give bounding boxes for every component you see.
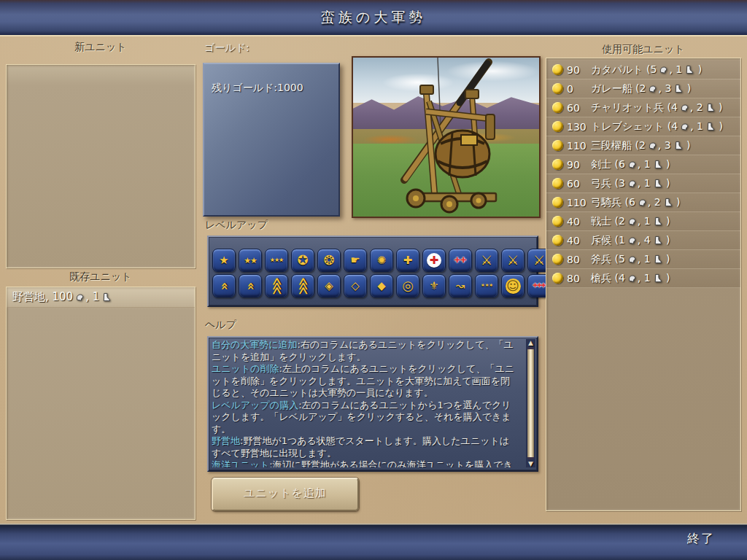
eagle-icon[interactable]: ⚜ bbox=[422, 274, 446, 298]
unit-cost: 110 bbox=[567, 197, 587, 209]
move-foot-icon bbox=[653, 236, 662, 245]
available-units-label: 使用可能ユニット bbox=[546, 43, 741, 56]
fist-icon[interactable]: ☛ bbox=[344, 249, 367, 272]
star-2-icon[interactable]: ★★ bbox=[239, 249, 262, 272]
gold-coin-icon bbox=[552, 273, 563, 284]
levelup-panel: ★★★★★★✪❂☛✺✚✚✚✚⚔⚔⚔ »»⋙⋙◈◇◆◎⚜↝✶✶✶☺✚✚✚ bbox=[207, 236, 538, 307]
move-foot-icon bbox=[663, 198, 673, 207]
chevron-5-icon[interactable]: ⋙ bbox=[265, 274, 288, 298]
unit-name-stats: 剣士 (6, 1 ) bbox=[591, 158, 670, 171]
move-foot-icon bbox=[653, 179, 662, 188]
available-unit-item[interactable]: 40戦士 (2, 1 ) bbox=[546, 212, 740, 231]
move-foot-icon bbox=[673, 141, 683, 150]
help-entry: レベルアップの購入:左のコラムにあるユニットから1つを選んでクリックします。「レ… bbox=[212, 400, 516, 436]
scrollbar-thumb[interactable] bbox=[527, 347, 534, 459]
medic-cross-icon[interactable]: ✚ bbox=[422, 249, 446, 272]
move-foot-icon bbox=[653, 217, 662, 226]
starburst-icon[interactable]: ✺ bbox=[370, 249, 393, 272]
available-unit-item[interactable]: 80槍兵 (4, 1 ) bbox=[546, 269, 740, 288]
gold-coin-icon bbox=[552, 121, 563, 132]
available-unit-item[interactable]: 60チャリオット兵 (4, 2 ) bbox=[546, 98, 740, 117]
unit-name-stats: 斥候 (1, 4 ) bbox=[591, 234, 670, 247]
crossed-swords-2-icon[interactable]: ⚔ bbox=[501, 249, 525, 272]
page-title: 蛮族の大軍勢 bbox=[0, 8, 747, 27]
gold-coin-icon bbox=[552, 178, 563, 189]
unit-name-stats: カタパルト (5, 1 ) bbox=[591, 63, 702, 77]
available-unit-item[interactable]: 90剣士 (6, 1 ) bbox=[546, 155, 740, 174]
attack-arm-icon bbox=[75, 292, 85, 302]
chevron-stars-icon[interactable]: ⋙ bbox=[291, 274, 314, 298]
chevron-3-icon[interactable]: » bbox=[212, 274, 236, 298]
star-cluster-icon[interactable]: ✶✶✶ bbox=[475, 274, 498, 298]
scroll-down-icon[interactable]: ▼ bbox=[528, 460, 533, 467]
existing-units-list[interactable]: 野営地, 100, 1 bbox=[6, 287, 196, 520]
help-scrollbar[interactable]: ▲ ▼ bbox=[526, 339, 535, 467]
unit-name-stats: トレブシェット (4, 1 ) bbox=[591, 120, 723, 133]
help-keyword: 自分の大軍勢に追加 bbox=[212, 339, 298, 350]
title-bar: 蛮族の大軍勢 bbox=[0, 0, 747, 36]
levelup-label: レベルアップ bbox=[205, 219, 268, 232]
arc-arrow-icon[interactable]: ↝ bbox=[449, 274, 472, 298]
available-unit-item[interactable]: 130トレブシェット (4, 1 ) bbox=[546, 117, 740, 136]
gold-coin-icon bbox=[552, 83, 563, 94]
new-units-list[interactable] bbox=[6, 64, 196, 268]
gold-coin-icon bbox=[552, 254, 563, 265]
available-unit-item[interactable]: 60弓兵 (3, 1 ) bbox=[546, 174, 740, 193]
available-unit-item[interactable]: 80斧兵 (5, 1 ) bbox=[546, 250, 740, 269]
bottom-bar: 終了 bbox=[0, 524, 747, 560]
unit-name-stats: 弓騎兵 (6, 2 ) bbox=[591, 196, 681, 209]
chevron-4-icon[interactable]: » bbox=[239, 274, 262, 298]
unit-name-stats: 弓兵 (3, 1 ) bbox=[591, 177, 670, 190]
available-unit-item[interactable]: 90カタパルト (5, 1 ) bbox=[546, 61, 740, 79]
unit-name-stats: 槍兵 (4, 1 ) bbox=[591, 272, 670, 285]
help-entry: 海洋ユニット:海辺に野営地がある場合にのみ海洋ユニットを購入できます。購入したユ… bbox=[212, 459, 516, 467]
crossed-swords-icon[interactable]: ⚔ bbox=[475, 249, 498, 272]
star-circle-icon[interactable]: ✪ bbox=[291, 249, 314, 272]
attack-arm-icon bbox=[638, 198, 647, 207]
attack-arm-icon bbox=[659, 65, 668, 74]
add-unit-button[interactable]: ユニットを追加 bbox=[212, 478, 359, 511]
double-cross-icon[interactable]: ✚✚ bbox=[449, 249, 472, 272]
attack-arm-icon bbox=[648, 141, 657, 150]
attack-arm-icon bbox=[627, 179, 637, 188]
bullseye-icon[interactable]: ◎ bbox=[396, 274, 419, 298]
available-units-list[interactable]: 90カタパルト (5, 1 )0ガレー船 (2, 3 )60チャリオット兵 (4… bbox=[546, 58, 741, 511]
diamond-brackets-icon[interactable]: ◈ bbox=[317, 274, 341, 298]
available-unit-item[interactable]: 110三段櫂船 (2, 3 ) bbox=[546, 136, 740, 155]
unit-cost: 60 bbox=[567, 102, 587, 114]
move-foot-icon bbox=[653, 273, 662, 283]
new-units-label: 新ユニット bbox=[6, 41, 196, 54]
unit-cost: 80 bbox=[567, 254, 587, 265]
unit-cost: 80 bbox=[567, 273, 587, 284]
star-1-icon[interactable]: ★ bbox=[212, 249, 236, 272]
move-foot-icon bbox=[653, 254, 662, 264]
gold-coin-icon bbox=[552, 159, 563, 170]
exit-button[interactable]: 終了 bbox=[687, 530, 715, 547]
available-unit-item[interactable]: 110弓騎兵 (6, 2 ) bbox=[546, 193, 740, 212]
gold-coin-icon bbox=[552, 140, 563, 151]
attack-arm-icon bbox=[648, 84, 657, 93]
unit-name-stats: 戦士 (2, 1 ) bbox=[591, 215, 670, 228]
boot-plus-icon[interactable]: ✚ bbox=[396, 249, 419, 272]
help-entry: 自分の大軍勢に追加:右のコラムにあるユニットをクリックして、「ユニットを追加」を… bbox=[212, 339, 516, 363]
attack-arm-icon bbox=[627, 236, 637, 245]
unit-cost: 90 bbox=[567, 159, 587, 171]
scroll-up-icon[interactable]: ▲ bbox=[528, 339, 533, 346]
diamond-outline-icon[interactable]: ◆ bbox=[370, 274, 393, 298]
diamond-dash-icon[interactable]: ◇ bbox=[344, 274, 367, 298]
existing-unit-item[interactable]: 野営地, 100, 1 bbox=[7, 287, 195, 308]
available-unit-item[interactable]: 40斥候 (1, 4 ) bbox=[546, 231, 740, 250]
star-ring-icon[interactable]: ❂ bbox=[317, 249, 341, 272]
move-foot-icon bbox=[705, 122, 715, 131]
star-3-icon[interactable]: ★★★ bbox=[265, 249, 288, 272]
unit-name-stats: 野営地, 100, 1 bbox=[12, 290, 112, 304]
gold-label: ゴールド: bbox=[204, 42, 249, 55]
help-box: 自分の大軍勢に追加:右のコラムにあるユニットをクリックして、「ユニットを追加」を… bbox=[207, 336, 538, 472]
help-keyword: 野営地 bbox=[212, 435, 240, 446]
smiley-icon[interactable]: ☺ bbox=[501, 274, 525, 298]
attack-arm-icon bbox=[680, 122, 689, 131]
available-unit-item[interactable]: 0ガレー船 (2, 3 ) bbox=[546, 79, 740, 98]
gold-coin-icon bbox=[552, 235, 563, 246]
help-keyword: 海洋ユニット bbox=[212, 459, 269, 467]
unit-cost: 130 bbox=[567, 121, 587, 133]
